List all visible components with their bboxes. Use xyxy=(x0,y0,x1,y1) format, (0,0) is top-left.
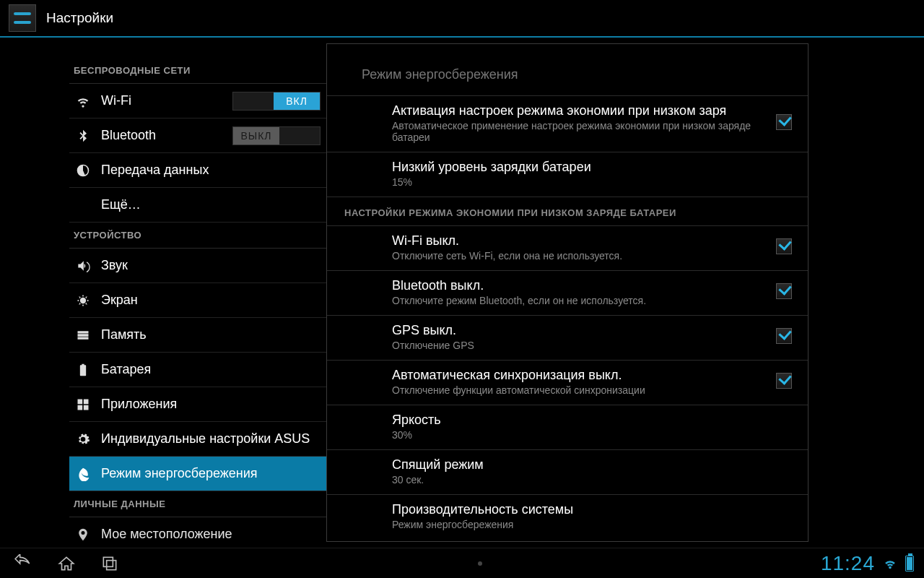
sidebar-item-bluetooth[interactable]: Bluetooth ВЫКЛ xyxy=(69,118,326,153)
navbar-center xyxy=(140,561,821,566)
app-bar: Настройки xyxy=(0,0,924,38)
row-title: Bluetooth выкл. xyxy=(392,278,764,293)
sidebar-item-battery[interactable]: Батарея xyxy=(69,353,326,387)
settings-icon xyxy=(9,4,36,32)
gear-icon xyxy=(75,431,91,447)
row-subtitle: 30 сек. xyxy=(392,474,795,486)
row-title: Производительность системы xyxy=(392,502,795,517)
sidebar-item-label: Звук xyxy=(101,258,321,273)
display-icon xyxy=(75,293,91,309)
row-gps-off[interactable]: GPS выкл. Отключение GPS xyxy=(327,315,808,360)
data-usage-icon xyxy=(75,163,91,178)
row-subtitle: Отключите сеть Wi-Fi, если она не исполь… xyxy=(392,250,764,262)
svg-rect-0 xyxy=(103,557,113,566)
checkbox-gps-off[interactable] xyxy=(776,328,792,344)
section-header-low-battery: НАСТРОЙКИ РЕЖИМА ЭКОНОМИИ ПРИ НИЗКОМ ЗАР… xyxy=(327,197,808,225)
leaf-icon xyxy=(75,466,91,482)
sidebar-item-label: Индивидуальные настройки ASUS xyxy=(101,431,321,447)
row-title: Активация настроек режима экономии при н… xyxy=(392,103,764,118)
row-subtitle: Автоматическое применение настроек режим… xyxy=(392,120,764,143)
battery-icon xyxy=(75,362,91,378)
row-subtitle: Отключение GPS xyxy=(392,340,764,351)
row-title: Автоматическая синхронизация выкл. xyxy=(392,368,764,383)
location-icon xyxy=(75,527,91,543)
sidebar-item-display[interactable]: Экран xyxy=(69,283,326,318)
home-button[interactable] xyxy=(53,553,79,574)
row-low-battery-level[interactable]: Низкий уровень зарядки батареи 15% xyxy=(327,152,808,197)
page-title: Настройки xyxy=(46,10,113,26)
recents-button[interactable] xyxy=(97,553,123,574)
panel-title: Режим энергосбережения xyxy=(327,44,808,95)
sidebar-section-wireless: БЕСПРОВОДНЫЕ СЕТИ xyxy=(69,58,326,84)
status-tray[interactable]: 11:24 xyxy=(821,552,914,575)
sound-icon xyxy=(75,258,91,274)
row-subtitle: 30% xyxy=(392,429,795,441)
row-wifi-off[interactable]: Wi-Fi выкл. Отключите сеть Wi-Fi, если о… xyxy=(327,225,808,270)
sidebar-item-label: Экран xyxy=(101,293,321,308)
row-title: GPS выкл. xyxy=(392,323,764,338)
sidebar-item-apps[interactable]: Приложения xyxy=(69,387,326,422)
sidebar-item-label: Bluetooth xyxy=(101,128,232,143)
checkbox-wifi-off[interactable] xyxy=(776,238,792,254)
sidebar-item-storage[interactable]: Память xyxy=(69,318,326,353)
row-title: Низкий уровень зарядки батареи xyxy=(392,160,795,175)
sidebar-item-label: Ещё… xyxy=(101,197,321,212)
checkbox-activate[interactable] xyxy=(776,114,792,130)
detail-panel: Режим энергосбережения Активация настрое… xyxy=(326,43,808,542)
system-navbar: 11:24 xyxy=(0,548,924,578)
sidebar-item-label: Память xyxy=(101,327,321,342)
sidebar-section-device: УСТРОЙСТВО xyxy=(69,223,326,249)
bluetooth-icon xyxy=(75,128,91,144)
row-title: Спящий режим xyxy=(392,457,795,473)
sidebar-item-location[interactable]: Мое местоположение xyxy=(69,517,326,548)
checkbox-sync-off[interactable] xyxy=(776,373,792,389)
row-subtitle: Режим энергосбережения xyxy=(392,519,795,530)
row-brightness[interactable]: Яркость 30% xyxy=(327,405,808,449)
row-sleep[interactable]: Спящий режим 30 сек. xyxy=(327,449,808,494)
blank-icon xyxy=(75,197,91,213)
storage-icon xyxy=(75,327,91,343)
sidebar-item-label: Приложения xyxy=(101,397,321,412)
row-subtitle: 15% xyxy=(392,176,795,188)
row-bluetooth-off[interactable]: Bluetooth выкл. Отключите режим Bluetoot… xyxy=(327,270,808,315)
wifi-toggle[interactable]: ВКЛ xyxy=(232,92,321,111)
sidebar-item-more[interactable]: Ещё… xyxy=(69,188,326,223)
page-indicator-dot xyxy=(478,561,482,566)
bluetooth-toggle[interactable]: ВЫКЛ xyxy=(232,126,321,145)
wifi-status-icon xyxy=(882,556,898,571)
row-title: Wi-Fi выкл. xyxy=(392,233,764,249)
sidebar-item-label: Режим энергосбережения xyxy=(101,466,321,481)
sidebar-item-sound[interactable]: Звук xyxy=(69,249,326,283)
sidebar-item-label: Wi-Fi xyxy=(101,93,232,108)
row-subtitle: Отключение функции автоматической синхро… xyxy=(392,384,764,396)
back-button[interactable] xyxy=(10,553,36,574)
row-title: Яркость xyxy=(392,413,795,428)
apps-icon xyxy=(75,397,91,413)
sidebar-section-personal: ЛИЧНЫЕ ДАННЫЕ xyxy=(69,491,326,517)
sidebar-item-asus[interactable]: Индивидуальные настройки ASUS xyxy=(69,422,326,457)
row-subtitle: Отключите режим Bluetooth, если он не ис… xyxy=(392,295,764,306)
sidebar-item-label: Передача данных xyxy=(101,163,321,178)
sidebar-item-label: Батарея xyxy=(101,362,321,377)
sidebar: БЕСПРОВОДНЫЕ СЕТИ Wi-Fi ВКЛ Bluetooth xyxy=(0,38,326,548)
wifi-icon xyxy=(75,93,91,109)
row-performance[interactable]: Производительность системы Режим энергос… xyxy=(327,494,808,539)
sidebar-item-data-usage[interactable]: Передача данных xyxy=(69,153,326,188)
checkbox-bluetooth-off[interactable] xyxy=(776,283,792,299)
sidebar-item-wifi[interactable]: Wi-Fi ВКЛ xyxy=(69,84,326,118)
sidebar-item-power-saving[interactable]: Режим энергосбережения xyxy=(69,457,326,491)
row-sync-off[interactable]: Автоматическая синхронизация выкл. Отклю… xyxy=(327,360,808,405)
row-activate-low-battery[interactable]: Активация настроек режима экономии при н… xyxy=(327,95,808,152)
clock: 11:24 xyxy=(821,552,875,575)
battery-status-icon xyxy=(905,556,914,571)
svg-rect-1 xyxy=(107,560,116,569)
sidebar-item-label: Мое местоположение xyxy=(101,527,321,542)
